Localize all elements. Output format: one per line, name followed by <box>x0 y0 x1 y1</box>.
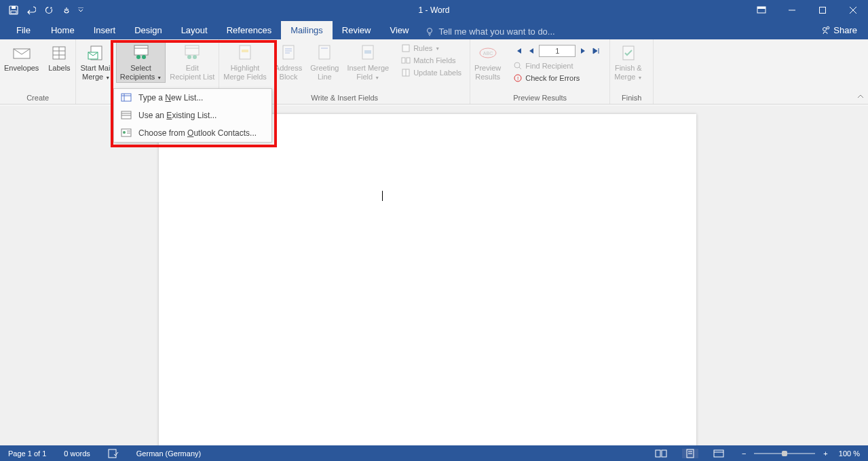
svg-point-24 <box>136 55 140 59</box>
tab-insert[interactable]: Insert <box>84 21 126 39</box>
finish-merge-button[interactable]: Finish &Merge ▼ <box>610 41 646 82</box>
tab-mailings[interactable]: Mailings <box>281 21 333 39</box>
close-icon <box>849 6 857 14</box>
chevron-up-icon <box>857 93 864 100</box>
svg-point-59 <box>123 131 126 134</box>
zoom-slider-thumb[interactable] <box>782 451 787 456</box>
rules-button[interactable]: Rules ▼ <box>397 42 466 54</box>
start-mail-merge-button[interactable]: Start MailMerge ▼ <box>76 41 115 82</box>
prev-icon <box>528 47 535 55</box>
menu-type-new-list[interactable]: Type a New List... <box>114 89 271 107</box>
qat-customize-button[interactable] <box>76 2 86 18</box>
match-fields-button[interactable]: Match Fields <box>397 54 466 67</box>
tab-layout[interactable]: Layout <box>172 21 217 39</box>
greeting-line-button[interactable]: GreetingLine <box>306 41 343 81</box>
maximize-button[interactable] <box>807 0 837 20</box>
record-number-input[interactable] <box>539 45 575 57</box>
svg-rect-42 <box>407 58 410 63</box>
tab-review[interactable]: Review <box>333 21 381 39</box>
select-recipients-menu: Type a New List... Use an Existing List.… <box>113 88 272 143</box>
labels-button[interactable]: Labels <box>43 41 75 73</box>
view-web-layout[interactable] <box>711 449 727 458</box>
svg-rect-63 <box>656 450 660 457</box>
rules-label: Rules <box>413 44 432 52</box>
tab-file[interactable]: File <box>5 21 41 39</box>
find-icon <box>513 61 523 71</box>
document-area[interactable] <box>0 105 868 445</box>
record-navigation <box>509 42 605 60</box>
svg-rect-32 <box>283 45 294 59</box>
tab-home[interactable]: Home <box>41 21 84 39</box>
zoom-out-button[interactable]: − <box>739 449 749 458</box>
tab-view[interactable]: View <box>380 21 418 39</box>
maximize-icon <box>818 6 827 14</box>
group-label-finish: Finish <box>610 92 653 104</box>
preview-results-button[interactable]: ABC PreviewResults <box>470 41 505 81</box>
view-print-layout[interactable] <box>682 449 698 458</box>
save-button[interactable] <box>5 2 22 18</box>
envelopes-button[interactable]: Envelopes <box>0 41 43 73</box>
svg-line-48 <box>519 67 521 69</box>
check-errors-button[interactable]: ! Check for Errors <box>509 72 605 84</box>
svg-rect-39 <box>364 50 371 54</box>
zoom-level[interactable]: 100 % <box>836 449 863 458</box>
highlight-merge-fields-button[interactable]: HighlightMerge Fields <box>219 41 271 81</box>
undo-button[interactable] <box>23 2 39 18</box>
envelopes-label: Envelopes <box>4 64 39 73</box>
finish-label-2: Merge <box>614 73 635 81</box>
menu-outlook-contacts[interactable]: Choose from Outlook Contacts... <box>114 124 271 142</box>
last-record-button[interactable] <box>590 45 601 56</box>
ribbon-display-button[interactable] <box>746 0 776 20</box>
next-record-button[interactable] <box>578 45 588 56</box>
start-mail-merge-label-1: Start Mail <box>80 64 111 72</box>
svg-rect-2 <box>11 11 16 14</box>
share-button[interactable]: Share <box>816 24 863 37</box>
edit-recipients-label-1: Edit <box>186 64 199 72</box>
start-mail-merge-label-2: Merge <box>82 73 103 81</box>
menu-use-existing-list[interactable]: Use an Existing List... <box>114 107 271 124</box>
outlook-contacts-icon <box>121 128 132 138</box>
insert-merge-field-button[interactable]: Insert MergeField ▼ <box>343 41 393 82</box>
document-page[interactable] <box>159 114 696 445</box>
address-block-icon <box>280 44 297 62</box>
first-record-button[interactable] <box>513 45 524 56</box>
svg-rect-62 <box>109 449 116 458</box>
svg-point-47 <box>514 62 520 68</box>
window-title: 1 - Word <box>419 5 450 15</box>
zoom-in-button[interactable]: + <box>820 449 830 458</box>
tell-me-search[interactable]: Tell me what you want to do... <box>418 24 561 39</box>
save-icon <box>9 5 18 15</box>
select-recipients-button[interactable]: SelectRecipients ▼ <box>116 41 166 83</box>
status-language[interactable]: German (Germany) <box>134 449 204 458</box>
tab-design[interactable]: Design <box>125 21 171 39</box>
prev-record-button[interactable] <box>526 45 537 56</box>
address-block-button[interactable]: AddressBlock <box>271 41 306 81</box>
view-read-mode[interactable] <box>652 449 670 458</box>
edit-list-icon <box>183 44 202 62</box>
find-recipient-label: Find Recipient <box>525 62 573 70</box>
touch-mode-button[interactable] <box>58 2 75 18</box>
close-button[interactable] <box>837 0 868 20</box>
insertmerge-label-2: Field <box>356 73 373 81</box>
collapse-ribbon-button[interactable] <box>857 93 864 100</box>
find-recipient-button[interactable]: Find Recipient <box>509 60 605 72</box>
minimize-button[interactable] <box>776 0 807 20</box>
update-labels-button[interactable]: Update Labels <box>397 67 466 79</box>
web-layout-icon <box>713 449 724 458</box>
svg-rect-41 <box>402 58 405 63</box>
ribbon-group-finish: Finish &Merge ▼ Finish <box>610 39 654 104</box>
ribbon-tabs: File Home Insert Design Layout Reference… <box>0 20 868 39</box>
status-page[interactable]: Page 1 of 1 <box>5 449 49 458</box>
tab-references[interactable]: References <box>217 21 281 39</box>
svg-rect-31 <box>242 50 248 52</box>
status-words[interactable]: 0 words <box>61 449 93 458</box>
redo-button[interactable] <box>41 2 57 18</box>
status-proofing[interactable] <box>105 449 121 458</box>
svg-rect-22 <box>134 45 148 55</box>
share-label: Share <box>833 25 857 35</box>
zoom-slider[interactable] <box>754 453 815 454</box>
greeting-line-icon <box>316 44 333 62</box>
preview-label-1: Preview <box>474 64 501 72</box>
edit-recipient-list-button[interactable]: EditRecipient List <box>166 41 219 81</box>
tell-me-placeholder: Tell me what you want to do... <box>438 26 554 37</box>
